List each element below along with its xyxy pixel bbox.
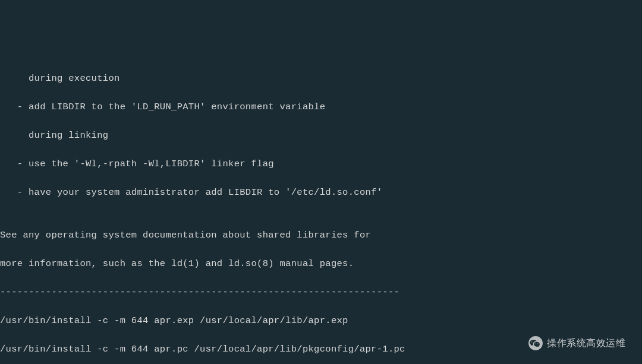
output-line: /usr/bin/install -c -m 644 apr.exp /usr/…	[0, 314, 642, 328]
output-line: ----------------------------------------…	[0, 285, 642, 299]
output-line: more information, such as the ld(1) and …	[0, 257, 642, 271]
output-line: during linking	[0, 128, 642, 143]
terminal-output: during execution - add LIBDIR to the 'LD…	[0, 57, 642, 364]
output-line: during execution	[0, 71, 642, 86]
output-line: - have your system administrator add LIB…	[0, 185, 642, 200]
output-line: - use the '-Wl,-rpath -Wl,LIBDIR' linker…	[0, 157, 642, 171]
output-line: - add LIBDIR to the 'LD_RUN_PATH' enviro…	[0, 100, 642, 114]
output-line: See any operating system documentation a…	[0, 228, 642, 242]
output-line: /usr/bin/install -c -m 644 apr.pc /usr/l…	[0, 342, 642, 356]
